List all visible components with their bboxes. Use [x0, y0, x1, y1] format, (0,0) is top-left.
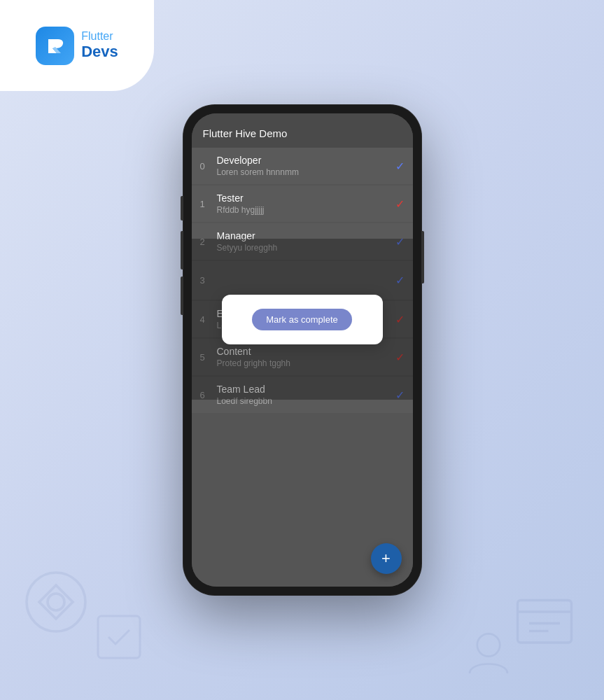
- check-icon: ✓: [395, 160, 405, 173]
- logo-devs-label: Devs: [81, 43, 118, 61]
- check-icon: ✓: [395, 197, 405, 211]
- item-subtitle: Rfddb hygjjjjj: [217, 205, 388, 215]
- svg-point-0: [27, 573, 85, 631]
- svg-point-4: [477, 634, 500, 656]
- mark-as-complete-button[interactable]: Mark as complete: [252, 309, 352, 330]
- item-content: Developer Loren sorem hnnnmm: [217, 155, 388, 177]
- list-item[interactable]: 0 Developer Loren sorem hnnnmm ✓: [192, 148, 413, 184]
- phone-frame: Flutter Hive Demo 0 Developer Loren sore…: [183, 105, 421, 595]
- svg-rect-3: [518, 601, 572, 643]
- phone-screen: Flutter Hive Demo 0 Developer Loren sore…: [192, 113, 413, 587]
- popup-overlay: Mark as complete: [192, 239, 413, 400]
- svg-point-1: [48, 594, 64, 610]
- list-container: 0 Developer Loren sorem hnnnmm ✓ 1 Teste…: [192, 148, 413, 587]
- fab-icon: +: [381, 550, 391, 568]
- item-subtitle: Loren sorem hnnnmm: [217, 167, 388, 177]
- fab-button[interactable]: +: [371, 543, 402, 574]
- svg-rect-2: [98, 616, 140, 658]
- app-title: Flutter Hive Demo: [203, 127, 288, 139]
- item-index: 1: [200, 199, 210, 209]
- app-header: Flutter Hive Demo: [192, 113, 413, 148]
- list-item[interactable]: 1 Tester Rfddb hygjjjjj ✓: [192, 186, 413, 222]
- item-content: Tester Rfddb hygjjjjj: [217, 192, 388, 215]
- logo-container: Flutter Devs: [0, 0, 154, 91]
- logo-flutter-label: Flutter: [81, 29, 118, 43]
- item-index: 0: [200, 161, 210, 172]
- item-title: Tester: [217, 192, 388, 204]
- popup-card: Mark as complete: [222, 295, 383, 344]
- item-title: Developer: [217, 155, 388, 166]
- logo-text: Flutter Devs: [81, 29, 118, 62]
- logo-icon: [36, 27, 74, 65]
